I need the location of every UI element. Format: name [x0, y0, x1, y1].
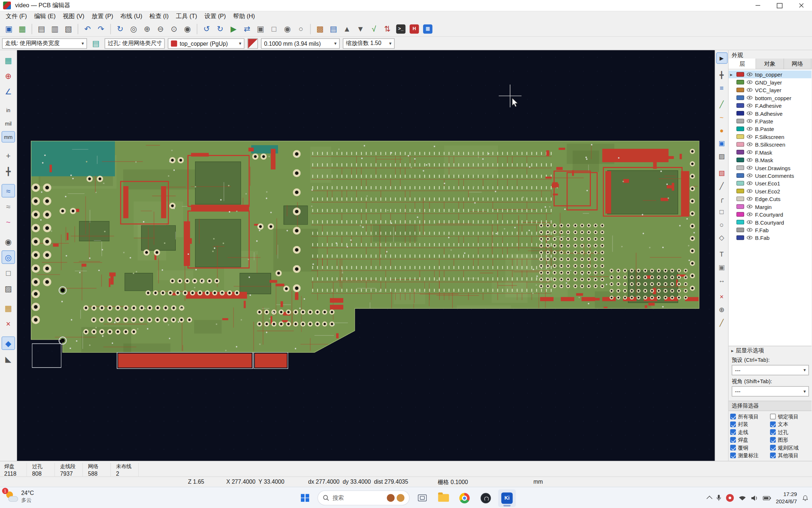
via-size-select[interactable]: 过孔: 使用网络类尺寸	[105, 38, 165, 49]
menu-view[interactable]: 视图 (V)	[59, 12, 88, 20]
draw-line-button[interactable]: ╱	[716, 180, 727, 191]
layer-color-swatch[interactable]	[736, 235, 744, 240]
layer-visibility-icon[interactable]	[747, 197, 753, 201]
filter-item[interactable]: 其他项目	[770, 452, 810, 459]
layer-row[interactable]: B.Courtyard	[729, 218, 812, 226]
layer-visibility-icon[interactable]	[747, 104, 753, 107]
plugin-manager-button[interactable]: ▦	[421, 22, 434, 36]
layer-color-swatch[interactable]	[736, 111, 744, 116]
layer-color-swatch[interactable]	[736, 80, 744, 85]
layer-row[interactable]: GND_layer	[729, 78, 812, 86]
kicad-taskbar-button[interactable]: Ki	[498, 489, 516, 507]
net-inspect-button[interactable]: ╋	[716, 69, 727, 80]
layer-color-swatch[interactable]	[736, 119, 744, 123]
layer-row[interactable]: F.Adhesive	[729, 102, 812, 109]
checkbox[interactable]	[730, 452, 736, 458]
layer-color-swatch[interactable]	[736, 157, 744, 162]
checkbox[interactable]	[730, 445, 736, 451]
zones-outline-button[interactable]: ▨	[1, 282, 15, 295]
flip-vertical-button[interactable]: ▶	[227, 22, 240, 36]
protractor-button[interactable]: ∠	[1, 85, 15, 98]
layer-color-swatch[interactable]	[736, 228, 744, 232]
layer-visibility-icon[interactable]	[747, 213, 753, 216]
units-mil-button[interactable]: mil	[1, 118, 15, 129]
layer-row[interactable]: User.Eco2	[729, 187, 812, 195]
zoom-selection-button[interactable]: ⊙	[167, 22, 181, 36]
update-pcb-button[interactable]: ⇅	[381, 22, 394, 36]
set-origin-button[interactable]: ⊕	[716, 304, 727, 315]
layer-visibility-icon[interactable]	[747, 158, 753, 162]
layer-color-swatch[interactable]	[736, 173, 744, 178]
checkbox[interactable]	[770, 414, 776, 419]
ungroup-button[interactable]: □	[267, 22, 281, 36]
unlock-button[interactable]: ○	[294, 22, 307, 36]
undo-button[interactable]: ↶	[81, 22, 94, 36]
layer-color-swatch[interactable]	[736, 127, 744, 131]
net-colors-button[interactable]: ▦	[1, 301, 15, 315]
checkbox[interactable]	[730, 421, 736, 427]
mirror-button[interactable]: ⇄	[240, 22, 254, 36]
filter-item[interactable]: 图形	[770, 437, 810, 443]
checkbox[interactable]	[770, 429, 776, 435]
checkbox[interactable]	[730, 437, 736, 443]
board-setup-button[interactable]: ▦	[16, 22, 29, 36]
volume-icon[interactable]	[751, 495, 758, 501]
filter-item[interactable]: 所有项目	[730, 413, 770, 420]
group-button[interactable]: ▣	[254, 22, 267, 36]
rotate-ccw-button[interactable]: ↺	[200, 22, 213, 36]
checkbox[interactable]	[770, 452, 776, 458]
draw-keepout-button[interactable]: ▧	[716, 167, 727, 178]
layer-visibility-icon[interactable]	[747, 119, 753, 123]
layer-row[interactable]: F.Fab	[729, 226, 812, 234]
layer-visibility-icon[interactable]	[747, 88, 753, 92]
layer-presets-button[interactable]: ◆	[1, 336, 15, 350]
layer-row[interactable]: F.Courtyard	[729, 210, 812, 218]
layer-color-swatch[interactable]	[736, 212, 744, 217]
delete-tool-button[interactable]: ×	[716, 291, 727, 302]
tray-app-icon[interactable]	[726, 494, 734, 501]
plot-button[interactable]: ▧	[62, 22, 75, 36]
save-button[interactable]: ▣	[2, 22, 16, 36]
3d-viewer-button[interactable]: ▲	[340, 22, 354, 36]
microphone-icon[interactable]	[716, 495, 721, 501]
taskbar-search[interactable]: 搜索	[318, 490, 410, 505]
local-ratsnest-button[interactable]: ≡	[716, 82, 727, 93]
zoom-out-button[interactable]: ⊖	[154, 22, 167, 36]
crosshair-style-button[interactable]: ╋	[1, 164, 15, 178]
footprint-editor-button[interactable]: ▩	[313, 22, 327, 36]
menu-edit[interactable]: 编辑 (E)	[30, 12, 59, 20]
menu-preferences[interactable]: 设置 (P)	[201, 12, 229, 20]
layer-color-swatch[interactable]	[736, 189, 744, 193]
ratsnest-local-button[interactable]: ≈	[1, 184, 15, 197]
task-view-button[interactable]	[413, 489, 431, 507]
pcb-canvas[interactable]	[17, 50, 714, 461]
clock[interactable]: 17:29 2024/6/7	[776, 491, 797, 505]
checkbox[interactable]	[770, 445, 776, 451]
file-explorer-button[interactable]	[435, 489, 452, 507]
draw-rect-button[interactable]: □	[716, 206, 727, 217]
weather-widget[interactable]: 1 24°C 多云	[4, 490, 34, 503]
layer-row[interactable]: F.Silkscreen	[729, 133, 812, 140]
print-button[interactable]: ▥	[48, 22, 62, 36]
units-mm-button[interactable]: mm	[1, 131, 15, 142]
menu-place[interactable]: 放置 (P)	[88, 12, 117, 20]
layer-select[interactable]: top_copper (PgUp)	[168, 38, 244, 49]
tab-nets[interactable]: 网络	[784, 58, 811, 69]
layer-row[interactable]: B.Adhesive	[729, 109, 812, 117]
layer-visibility-icon[interactable]	[747, 127, 753, 131]
scripting-console-button[interactable]: >_	[394, 22, 407, 36]
select-tool-button[interactable]: ►	[716, 52, 727, 64]
layer-row[interactable]: VCC_layer	[729, 86, 812, 94]
grid-dots-button[interactable]: ▦	[1, 53, 15, 67]
layer-pair-button[interactable]	[248, 38, 258, 49]
drc-button[interactable]: √	[367, 22, 381, 36]
layer-visibility-icon[interactable]	[747, 96, 753, 99]
page-settings-button[interactable]: ▤	[35, 22, 48, 36]
track-width-select[interactable]: 走线: 使用网络类宽度	[2, 38, 87, 49]
add-text-button[interactable]: T	[716, 248, 727, 259]
tune-length-button[interactable]: ~	[716, 111, 727, 123]
layer-color-swatch[interactable]	[736, 204, 744, 209]
add-footprint-button[interactable]: ▣	[716, 138, 727, 149]
draw-zone-button[interactable]: ▨	[716, 150, 727, 161]
menu-route[interactable]: 布线 (U)	[117, 12, 146, 20]
